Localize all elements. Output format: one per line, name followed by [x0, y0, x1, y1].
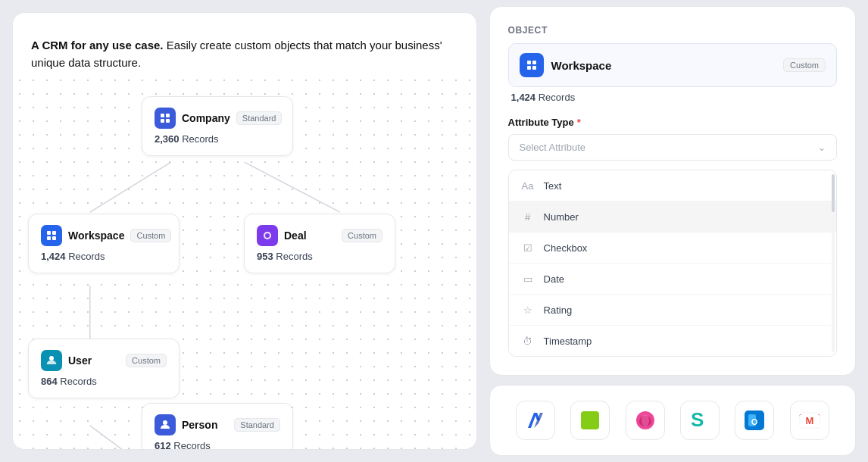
attr-checkbox-item[interactable]: ☑ Checkbox [509, 233, 836, 264]
person-records-label: Records [173, 440, 210, 450]
workspace-records-label: Records [68, 251, 105, 262]
workspace-row-icon [520, 53, 544, 77]
attribute-list: Aa Text # Number ☑ Checkbox ▭ Date ☆ R [508, 170, 837, 357]
attribute-panel: Object Workspace Custom 1,424 Records At… [489, 6, 856, 376]
svg-rect-17 [532, 61, 536, 64]
user-name: User [68, 354, 92, 367]
svg-line-1 [245, 162, 340, 212]
attr-text-item[interactable]: Aa Text [509, 170, 836, 201]
number-icon: # [521, 210, 535, 223]
attr-type-label: Attribute Type * [508, 117, 837, 128]
user-icon [41, 350, 62, 371]
deal-records-label: Records [276, 251, 312, 262]
svg-rect-6 [161, 119, 164, 123]
scrollbar-track [832, 174, 835, 352]
deal-badge: Custom [342, 229, 382, 242]
svg-rect-7 [166, 119, 170, 123]
objects-container: Company Standard 2,360 Records Workspace… [13, 89, 476, 449]
svg-point-14 [49, 356, 54, 361]
svg-line-0 [90, 162, 171, 212]
svg-rect-8 [47, 231, 51, 235]
integrations-panel: S O M [489, 385, 856, 456]
svg-rect-10 [47, 236, 51, 240]
select-attribute-dropdown[interactable]: Select Attribute ⌄ [508, 134, 837, 161]
svg-text:S: S [691, 408, 704, 431]
workspace-records: 1,424 Records [41, 251, 167, 262]
user-records-label: Records [60, 376, 96, 387]
attr-timestamp-label: Timestamp [544, 336, 592, 347]
workspace-records-label-right: Records [539, 92, 575, 103]
attr-date-item[interactable]: ▭ Date [509, 264, 836, 295]
checkbox-icon: ☑ [521, 241, 535, 254]
person-records: 612 Records [155, 440, 280, 450]
svg-point-13 [265, 233, 270, 238]
integration-green-square-icon[interactable] [570, 401, 610, 440]
object-section-label: Object [508, 25, 837, 36]
svg-rect-19 [532, 66, 536, 70]
attr-checkbox-label: Checkbox [544, 242, 588, 254]
integration-strika-icon[interactable] [516, 401, 555, 440]
company-card[interactable]: Company Standard 2,360 Records [142, 96, 293, 156]
right-column: Object Workspace Custom 1,424 Records At… [489, 6, 856, 456]
attr-timestamp-item[interactable]: ⏱ Timestamp [509, 326, 836, 356]
svg-rect-4 [161, 114, 164, 117]
workspace-records-count: 1,424 Records [508, 92, 837, 103]
required-star: * [577, 117, 581, 128]
svg-point-22 [642, 414, 649, 426]
svg-rect-20 [581, 411, 599, 429]
user-badge: Custom [126, 354, 167, 367]
attr-number-item[interactable]: # Number [509, 201, 836, 233]
company-records: 2,360 Records [155, 133, 280, 145]
chevron-down-icon: ⌄ [818, 142, 826, 153]
svg-rect-9 [52, 231, 56, 235]
workspace-icon [41, 225, 62, 246]
company-name: Company [182, 112, 230, 124]
workspace-badge: Custom [130, 229, 171, 242]
svg-rect-16 [527, 61, 531, 64]
deal-card-header: Deal Custom [257, 225, 382, 246]
timestamp-icon: ⏱ [521, 334, 535, 348]
svg-text:M: M [805, 415, 813, 426]
integration-gmail-icon[interactable]: M [790, 401, 829, 440]
company-records-label: Records [182, 133, 218, 145]
deal-name: Deal [284, 229, 307, 242]
person-card[interactable]: Person Standard 612 Records [142, 403, 293, 450]
user-card[interactable]: User Custom 864 Records [28, 339, 180, 398]
left-panel: A CRM for any use case. Easily create cu… [12, 12, 477, 450]
scrollbar-thumb[interactable] [832, 174, 835, 212]
text-icon: Aa [521, 179, 535, 192]
svg-rect-11 [52, 236, 56, 240]
attr-rating-item[interactable]: ☆ Rating [509, 295, 836, 326]
user-card-header: User Custom [41, 350, 167, 371]
person-icon [155, 414, 176, 435]
select-placeholder: Select Attribute [520, 142, 585, 153]
header-bold: A CRM for any use case. [31, 39, 164, 52]
rating-icon: ☆ [521, 303, 535, 317]
workspace-row: Workspace Custom [508, 43, 837, 87]
workspace-custom-badge: Custom [783, 58, 826, 72]
svg-point-15 [163, 420, 167, 425]
integration-teal-icon[interactable]: S [680, 401, 720, 440]
date-icon: ▭ [521, 272, 535, 286]
attr-number-label: Number [544, 211, 579, 223]
integration-pink-icon[interactable] [626, 401, 665, 440]
attr-date-label: Date [544, 273, 564, 285]
attr-text-label: Text [544, 180, 562, 192]
svg-text:O: O [751, 417, 758, 426]
workspace-name: Workspace [68, 229, 124, 242]
deal-icon [257, 225, 278, 246]
person-name: Person [182, 419, 217, 431]
attr-list-wrapper: Aa Text # Number ☑ Checkbox ▭ Date ☆ R [508, 170, 837, 357]
workspace-title: Workspace [551, 59, 612, 72]
person-badge: Standard [234, 418, 280, 432]
workspace-card[interactable]: Workspace Custom 1,424 Records [28, 214, 180, 273]
attr-rating-label: Rating [544, 304, 573, 316]
company-card-header: Company Standard [155, 108, 280, 129]
panel-header: A CRM for any use case. Easily create cu… [31, 37, 458, 71]
company-icon [155, 108, 176, 129]
integration-outlook-icon[interactable]: O [735, 401, 774, 440]
person-card-header: Person Standard [155, 414, 280, 435]
deal-records: 953 Records [257, 251, 382, 262]
deal-card[interactable]: Deal Custom 953 Records [244, 214, 395, 273]
company-badge: Standard [236, 111, 283, 125]
